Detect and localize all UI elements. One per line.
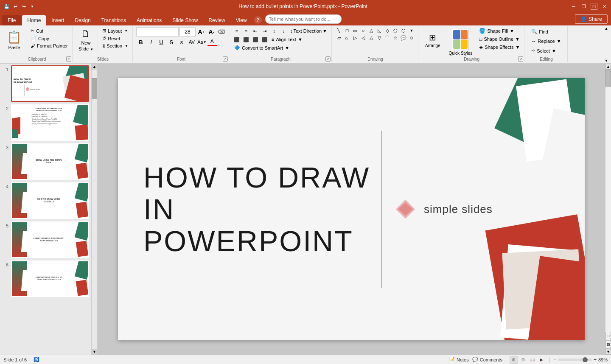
shape-rtriangle[interactable]: ◺	[376, 27, 383, 34]
tab-view[interactable]: View	[231, 15, 252, 25]
find-button[interactable]: 🔍 Find	[528, 27, 551, 36]
slide-preview-4[interactable]: HOW TO DRAW USINGSCRIBBLE	[11, 182, 89, 219]
clear-format-button[interactable]: ⌫	[217, 28, 226, 36]
zoom-slider[interactable]	[558, 358, 592, 361]
slideshow-button[interactable]: ▶	[538, 356, 546, 364]
scroll-zoom-small[interactable]: ⊟	[605, 340, 611, 349]
scroll-track[interactable]	[605, 70, 611, 332]
zoom-out-button[interactable]: −	[553, 357, 556, 363]
undo-icon[interactable]: ↩	[12, 3, 19, 10]
font-family-input[interactable]	[136, 27, 179, 36]
customize-icon[interactable]: ▼	[29, 3, 36, 10]
shape-arrow-up[interactable]: △	[367, 34, 375, 41]
ribbon-scroll-up[interactable]: ▲	[605, 26, 608, 31]
slide-thumb-5[interactable]: 5 DRAW FREEHAND IN MICROSOFTPOWERPOINT 2…	[2, 221, 89, 258]
shape-hexagon[interactable]: ⬡	[400, 27, 407, 34]
decrease-indent-button[interactable]: ⇤	[251, 27, 260, 35]
shape-outline-button[interactable]: □ Shape Outline ▼	[477, 35, 521, 43]
justify-button[interactable]: ⬛	[261, 36, 269, 43]
reading-view-button[interactable]: 📖	[528, 356, 537, 364]
quick-styles-button[interactable]: Quick Styles	[446, 27, 476, 57]
notes-button[interactable]: 📝 Notes	[449, 357, 469, 362]
replace-button[interactable]: ↔ Replace ▼	[528, 37, 564, 45]
arrange-button[interactable]: ⊞ Arrange	[422, 27, 444, 53]
copy-button[interactable]: 📄 Copy	[29, 35, 70, 42]
tab-home[interactable]: Home	[22, 15, 46, 25]
share-button[interactable]: 👤 Share	[575, 14, 608, 24]
strikethrough-button[interactable]: S	[167, 38, 176, 46]
save-icon[interactable]: 💾	[3, 3, 10, 10]
help-icon[interactable]: ?	[254, 16, 262, 24]
align-text-button[interactable]: ≡ Align Text ▼	[270, 36, 304, 43]
slide-preview-6[interactable]: DRAW IN POWERPOINT 2016 BYUSING START/TI…	[11, 260, 89, 297]
font-color-button[interactable]: A	[207, 38, 217, 46]
shape-line[interactable]: ╲	[335, 27, 343, 34]
shape-fill-button[interactable]: 🪣 Shape Fill ▼	[477, 27, 521, 35]
tab-review[interactable]: Review	[203, 15, 230, 25]
shape-arrow-dn[interactable]: ▽	[376, 34, 383, 41]
new-slide-button[interactable]: 🗋 New Slide ▼	[76, 27, 96, 53]
font-expand[interactable]: ↗	[223, 56, 228, 62]
slide-thumb-1[interactable]: 1 HOW TO DRAWIN POWERPOINT si	[2, 65, 89, 102]
slide-thumb-6[interactable]: 6 DRAW IN POWERPOINT 2016 BYUSING START/…	[2, 260, 89, 297]
tab-file[interactable]: File	[2, 15, 22, 25]
shape-curve[interactable]: ⌒	[384, 34, 391, 41]
tab-slideshow[interactable]: Slide Show	[167, 15, 203, 25]
line-spacing-button[interactable]: ↕	[270, 27, 278, 35]
normal-view-button[interactable]: ⊞	[510, 356, 518, 364]
shape-oval[interactable]: ○	[359, 27, 367, 34]
slide-canvas[interactable]: HOW TO DRAW IN POWERPOINT simple slides	[118, 78, 585, 340]
scroll-zoom-fit[interactable]: □	[605, 332, 611, 340]
shape-callout[interactable]: 💬	[400, 34, 407, 41]
ribbon-scroll-down[interactable]: ▼	[605, 59, 608, 63]
shape-star[interactable]: ☆	[392, 34, 399, 41]
shape-more[interactable]: ▼	[408, 27, 415, 34]
slide-sorter-button[interactable]: ⊟	[519, 356, 527, 364]
slide-preview-2[interactable]: LEARN HOW TO DRAW IN YOURPOWERPOINT PRES…	[11, 104, 89, 141]
decrease-font-button[interactable]: A-	[207, 28, 216, 36]
shape-diamond[interactable]: ◇	[384, 27, 391, 34]
slide-main-title[interactable]: HOW TO DRAW IN POWERPOINT	[143, 162, 373, 257]
maximize-icon[interactable]: □	[591, 3, 597, 10]
increase-font-button[interactable]: A+	[196, 28, 206, 36]
text-direction-button[interactable]: ↕ Text Direction ▼	[289, 28, 329, 34]
tab-design[interactable]: Design	[70, 15, 95, 25]
align-right-button[interactable]: ⬛	[251, 36, 260, 43]
panel-scroll-up[interactable]: ▲	[92, 64, 97, 70]
panel-scroll-thumb[interactable]	[92, 78, 97, 99]
shape-trap[interactable]: ⏢	[343, 34, 351, 41]
scroll-down-arrow[interactable]: ▼	[605, 349, 611, 355]
tab-animations[interactable]: Animations	[132, 15, 167, 25]
columns-button[interactable]: ⫶	[279, 27, 288, 35]
bold-button[interactable]: B	[136, 38, 146, 46]
slide-preview-3[interactable]: DRAW USING THE SHAPETOOL	[11, 143, 89, 180]
minimize-icon[interactable]: ─	[570, 3, 577, 10]
shadow-button[interactable]: s	[177, 38, 186, 46]
align-center-button[interactable]: ⬛	[242, 36, 250, 43]
layout-button[interactable]: ⊞ Layout ▼	[101, 27, 130, 34]
comments-button[interactable]: 💬 Comments	[472, 357, 502, 362]
restore-icon[interactable]: ❐	[580, 3, 587, 10]
tab-insert[interactable]: Insert	[46, 15, 69, 25]
align-left-button[interactable]: ⬛	[233, 36, 241, 43]
canvas-area[interactable]: HOW TO DRAW IN POWERPOINT simple slides	[98, 64, 605, 355]
zoom-in-button[interactable]: +	[594, 357, 597, 363]
clipboard-expand[interactable]: ↗	[66, 56, 71, 62]
tab-transitions[interactable]: Transitions	[96, 15, 131, 25]
italic-button[interactable]: I	[146, 38, 156, 46]
slide-thumb-4[interactable]: 4 HOW TO DRAW USINGSCRIBBLE	[2, 182, 89, 219]
cut-button[interactable]: ✂ Cut	[29, 27, 70, 34]
redo-icon[interactable]: ↪	[20, 3, 27, 10]
paste-button[interactable]: 📋 Paste	[4, 27, 24, 53]
tell-me-input[interactable]	[265, 14, 342, 24]
shape-arrow-l[interactable]: ◁	[359, 34, 367, 41]
slide-preview-5[interactable]: DRAW FREEHAND IN MICROSOFTPOWERPOINT 201…	[11, 221, 89, 258]
slide-thumb-3[interactable]: 3 DRAW USING THE SHAPETOOL	[2, 143, 89, 180]
select-button[interactable]: ⊹ Select ▼	[528, 46, 559, 55]
accessibility-icon[interactable]: ♿	[34, 357, 39, 362]
close-icon[interactable]: ✕	[601, 3, 608, 10]
convert-smartart-button[interactable]: 🔷 Convert to SmartArt ▼	[233, 44, 291, 51]
scroll-up-arrow[interactable]: ▲	[605, 64, 611, 70]
font-size-input[interactable]	[179, 27, 196, 36]
shape-arrow-r[interactable]: ▷	[351, 34, 359, 41]
